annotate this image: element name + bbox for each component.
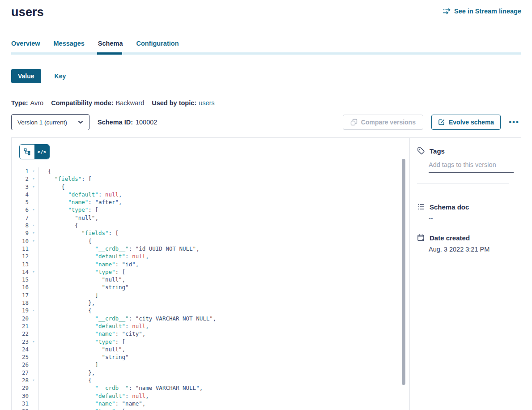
code-text: ] xyxy=(38,291,409,299)
fold-spacer xyxy=(29,384,38,392)
code-text: { xyxy=(38,167,409,175)
fold-spacer xyxy=(29,322,38,330)
stream-lineage-label: See in Stream lineage xyxy=(454,8,521,15)
version-select[interactable]: Version 1 (current) xyxy=(11,114,89,130)
overflow-menu-button[interactable]: ••• xyxy=(507,117,521,128)
fold-toggle-icon[interactable]: ▾ xyxy=(29,206,38,214)
code-line: 12 "default": null, xyxy=(12,252,409,260)
fold-toggle-icon[interactable]: ▾ xyxy=(29,376,38,384)
compare-versions-button[interactable]: Compare versions xyxy=(343,115,423,130)
fold-toggle-icon[interactable]: ▾ xyxy=(29,268,38,276)
value-button[interactable]: Value xyxy=(11,69,41,83)
line-number: 10 xyxy=(12,237,29,245)
code-text: "fields": [ xyxy=(38,175,409,183)
code-scrollbar-thumb[interactable] xyxy=(402,159,405,385)
fold-toggle-icon[interactable]: ▾ xyxy=(29,338,38,346)
fold-spacer xyxy=(29,392,38,400)
fold-toggle-icon[interactable]: ▾ xyxy=(29,167,38,175)
fold-toggle-icon[interactable]: ▾ xyxy=(29,307,38,314)
fold-spacer xyxy=(29,245,38,252)
evolve-schema-label: Evolve schema xyxy=(449,119,494,126)
code-line: 31 "name": "name", xyxy=(12,400,409,407)
evolve-schema-button[interactable]: Evolve schema xyxy=(431,115,501,130)
fold-spacer xyxy=(29,330,38,337)
fold-toggle-icon[interactable]: ▾ xyxy=(29,229,38,237)
meta-type: Type: Avro xyxy=(11,99,43,107)
schema-doc-heading-label: Schema doc xyxy=(430,203,469,211)
fold-toggle-icon[interactable]: ▾ xyxy=(29,222,38,229)
fold-spacer xyxy=(29,261,38,268)
compare-versions-icon xyxy=(350,119,358,126)
code-text: "null", xyxy=(38,276,409,283)
tab-configuration[interactable]: Configuration xyxy=(136,40,179,47)
code-line: 10▾ { xyxy=(12,237,409,245)
line-number: 31 xyxy=(12,400,29,407)
tab-schema[interactable]: Schema xyxy=(98,40,123,47)
tab-overview[interactable]: Overview xyxy=(11,40,40,47)
meta-compatibility: Compatibility mode: Backward xyxy=(51,99,144,107)
code-text: "null", xyxy=(38,214,409,222)
code-text: "name": "name", xyxy=(38,400,409,407)
line-number: 26 xyxy=(12,361,29,368)
line-number: 6 xyxy=(12,206,29,214)
type-value: Avro xyxy=(30,99,44,107)
line-number: 7 xyxy=(12,214,29,222)
line-number: 8 xyxy=(12,222,29,229)
key-button[interactable]: Key xyxy=(55,73,66,80)
schema-id-label: Schema ID: xyxy=(98,119,133,126)
stream-lineage-link[interactable]: See in Stream lineage xyxy=(443,8,521,15)
code-line: 6▾ "type": [ xyxy=(12,206,409,214)
tab-messages[interactable]: Messages xyxy=(54,40,85,47)
code-text: "string" xyxy=(38,283,409,291)
line-number: 14 xyxy=(12,268,29,276)
line-number: 29 xyxy=(12,384,29,392)
code-text: "name": "city", xyxy=(38,330,409,337)
code-line: 1▾{ xyxy=(12,167,409,175)
tree-view-button[interactable] xyxy=(20,145,34,159)
value-key-toggle: Value Key xyxy=(11,69,521,83)
schema-meta-row: Type: Avro Compatibility mode: Backward … xyxy=(11,99,521,107)
fold-toggle-icon[interactable]: ▾ xyxy=(29,237,38,245)
date-created-heading-label: Date created xyxy=(430,234,470,242)
code-editor: 1▾{2▾ "fields": [3▾ {4 "default": null,5… xyxy=(12,167,409,410)
add-tags-input[interactable] xyxy=(429,161,514,173)
schema-detail-panel: </> 1▾{2▾ "fields": [3▾ {4 "default": nu… xyxy=(11,137,521,410)
schema-doc-heading: Schema doc xyxy=(417,203,514,211)
compatibility-label: Compatibility mode: xyxy=(51,99,113,107)
topic-link[interactable]: users xyxy=(199,99,214,107)
code-text: "string" xyxy=(38,353,409,361)
code-line: 23▾ "type": [ xyxy=(12,338,409,346)
code-view-button[interactable]: </> xyxy=(34,145,49,159)
list-icon xyxy=(417,203,425,211)
tab-bar: Overview Messages Schema Configuration xyxy=(11,40,521,55)
fold-toggle-icon[interactable]: ▾ xyxy=(29,183,38,191)
fold-spacer xyxy=(29,276,38,283)
type-label: Type: xyxy=(11,99,28,107)
code-text: "fields": [ xyxy=(38,229,409,237)
compare-versions-label: Compare versions xyxy=(361,119,416,126)
line-number: 28 xyxy=(12,376,29,384)
line-number: 20 xyxy=(12,315,29,322)
line-number: 30 xyxy=(12,392,29,400)
fold-toggle-icon[interactable]: ▾ xyxy=(29,407,38,410)
code-line: 30 "default": null, xyxy=(12,392,409,400)
fold-spacer xyxy=(29,191,38,198)
code-line: 18 }, xyxy=(12,299,409,307)
code-text: { xyxy=(38,307,409,314)
fold-spacer xyxy=(29,252,38,260)
code-line: 8▾ { xyxy=(12,222,409,229)
line-number: 25 xyxy=(12,353,29,361)
code-text: "default": null, xyxy=(38,322,409,330)
fold-spacer xyxy=(29,361,38,368)
fold-toggle-icon[interactable]: ▾ xyxy=(29,175,38,183)
fold-spacer xyxy=(29,291,38,299)
code-text: ] xyxy=(38,361,409,368)
code-line: 19▾ { xyxy=(12,307,409,314)
code-line: 7 "null", xyxy=(12,214,409,222)
code-text: "null", xyxy=(38,346,409,353)
line-number: 16 xyxy=(12,283,29,291)
code-text: "__crdb__": "id UUID NOT NULL", xyxy=(38,245,409,252)
line-number: 11 xyxy=(12,245,29,252)
line-number: 2 xyxy=(12,175,29,183)
schema-id: Schema ID: 100002 xyxy=(98,119,157,126)
